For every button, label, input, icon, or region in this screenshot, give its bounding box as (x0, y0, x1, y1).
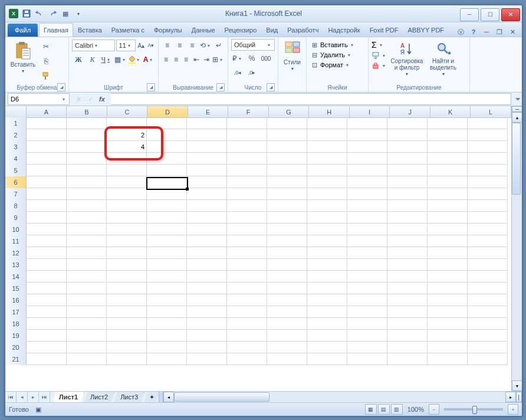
minimize-ribbon-icon[interactable]: ⓥ (456, 27, 465, 37)
ribbon-tab-5[interactable]: Рецензиро (220, 23, 262, 37)
cell[interactable] (67, 176, 107, 188)
cell[interactable] (227, 153, 267, 165)
cell[interactable] (107, 212, 147, 224)
cell[interactable] (468, 283, 508, 294)
bold-button[interactable]: Ж (72, 53, 85, 66)
prev-sheet-icon[interactable]: ◂ (17, 392, 28, 402)
cell[interactable] (347, 271, 387, 283)
row-header[interactable]: 6 (5, 176, 27, 189)
indent-dec-icon[interactable]: ⇤ (192, 53, 200, 66)
col-header[interactable]: E (188, 106, 229, 118)
cell[interactable] (227, 342, 267, 353)
cell[interactable] (347, 318, 387, 330)
cell[interactable] (267, 129, 307, 141)
name-box[interactable]: D6▾ (8, 93, 70, 105)
cell[interactable] (428, 200, 468, 212)
cell[interactable] (387, 318, 428, 330)
cell[interactable] (428, 141, 468, 153)
align-right-icon[interactable]: ≡ (182, 53, 190, 66)
row-header[interactable]: 2 (5, 129, 27, 142)
scroll-up-icon[interactable]: ▴ (512, 112, 522, 123)
cell[interactable] (267, 306, 307, 318)
cell[interactable] (227, 200, 267, 212)
zoom-out-icon[interactable]: − (429, 404, 439, 415)
cell[interactable] (187, 330, 227, 342)
cell[interactable] (347, 188, 387, 200)
cell[interactable] (468, 306, 508, 318)
cell[interactable] (428, 330, 468, 342)
cell[interactable] (347, 176, 387, 188)
cell[interactable] (267, 212, 307, 224)
cell[interactable] (387, 117, 428, 129)
row-header[interactable]: 13 (5, 259, 27, 271)
cell[interactable] (307, 153, 347, 165)
vertical-scrollbar[interactable]: ─ ▴ ▾ (511, 106, 522, 391)
cell[interactable] (107, 283, 147, 294)
cell[interactable] (307, 342, 347, 353)
col-header[interactable]: D (147, 106, 188, 118)
cell[interactable] (27, 153, 67, 165)
fx-icon[interactable]: fx (97, 94, 107, 104)
cell[interactable] (187, 306, 227, 318)
cell[interactable] (347, 141, 387, 153)
cell[interactable] (147, 306, 187, 318)
cell[interactable] (67, 117, 107, 129)
cell[interactable] (468, 153, 508, 165)
cell[interactable] (307, 224, 347, 235)
cells-delete-button[interactable]: ⊟Удалить▾ (310, 50, 365, 60)
cell[interactable] (307, 212, 347, 224)
cell[interactable] (267, 342, 307, 353)
cell[interactable] (27, 306, 67, 318)
cell[interactable] (267, 271, 307, 283)
cell[interactable] (147, 259, 187, 271)
ribbon-tab-0[interactable]: Главная (39, 23, 73, 37)
cell[interactable] (468, 353, 508, 365)
cell[interactable] (347, 306, 387, 318)
cell[interactable] (267, 259, 307, 271)
cell[interactable] (347, 259, 387, 271)
alignment-launcher[interactable]: ◢ (216, 83, 225, 91)
cell[interactable] (468, 141, 508, 153)
ribbon-tab-1[interactable]: Вставка (73, 23, 107, 37)
copy-icon[interactable]: ⎘ (40, 55, 52, 68)
cell[interactable] (187, 271, 227, 283)
clipboard-launcher[interactable]: ◢ (57, 83, 65, 91)
cell[interactable] (67, 283, 107, 294)
cell[interactable] (387, 306, 428, 318)
ribbon-tab-3[interactable]: Формулы (149, 23, 187, 37)
cell[interactable] (147, 283, 187, 294)
cell[interactable] (107, 247, 147, 259)
cell[interactable] (387, 342, 428, 353)
cell[interactable] (107, 200, 147, 212)
cell[interactable] (187, 235, 227, 247)
cell[interactable] (107, 330, 147, 342)
cell[interactable] (187, 318, 227, 330)
number-format-combo[interactable]: Общий▾ (231, 39, 275, 51)
ribbon-tab-7[interactable]: Разработч (282, 23, 323, 37)
close-button[interactable]: ✕ (501, 8, 520, 21)
cell[interactable] (387, 224, 428, 235)
cell[interactable] (347, 283, 387, 294)
cell[interactable] (107, 153, 147, 165)
cell[interactable] (267, 224, 307, 235)
cell[interactable] (468, 259, 508, 271)
help-icon[interactable]: ? (469, 27, 478, 37)
cell[interactable] (428, 165, 468, 176)
cell[interactable] (27, 141, 67, 153)
cell[interactable] (27, 318, 67, 330)
cell[interactable] (107, 235, 147, 247)
row-header[interactable]: 18 (5, 318, 27, 330)
save-icon[interactable] (21, 8, 32, 19)
cell[interactable] (387, 259, 428, 271)
cell[interactable] (307, 353, 347, 365)
row-header[interactable]: 7 (5, 188, 27, 201)
cell[interactable] (307, 129, 347, 141)
cell[interactable] (307, 235, 347, 247)
cell[interactable] (468, 129, 508, 141)
cell[interactable] (187, 224, 227, 235)
paste-button[interactable]: Вставить ▾ (8, 39, 38, 83)
select-all-corner[interactable] (5, 106, 27, 118)
cell[interactable] (67, 224, 107, 235)
cell[interactable] (67, 342, 107, 353)
cell[interactable] (347, 200, 387, 212)
